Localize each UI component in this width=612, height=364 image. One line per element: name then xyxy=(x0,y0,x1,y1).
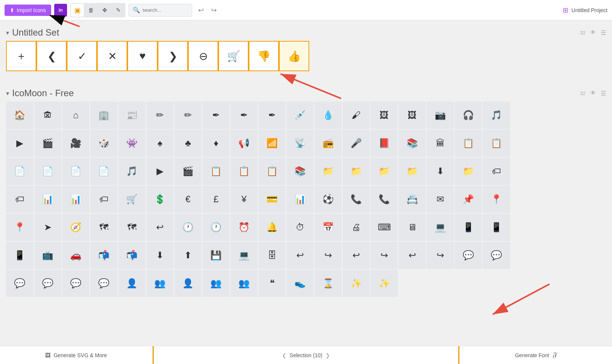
redo-button[interactable]: ↪ xyxy=(208,5,219,16)
icon-folder-upload[interactable]: 📁 xyxy=(455,158,482,185)
icon-redo2[interactable]: ↪ xyxy=(371,242,398,269)
icon-stopwatch[interactable]: ⏱ xyxy=(286,214,314,241)
icon-bubble3[interactable]: 💬 xyxy=(6,270,33,297)
icon-phone2[interactable]: 📞 xyxy=(371,186,398,213)
undo-button[interactable]: ↩ xyxy=(195,5,207,16)
icon-clock2[interactable]: 🕐 xyxy=(202,214,230,241)
icon-tag1[interactable]: 🏷 xyxy=(483,158,510,185)
icon-list2[interactable]: 📋 xyxy=(230,158,258,185)
icon-pen3[interactable]: ✒ xyxy=(258,102,286,129)
icon-stack[interactable]: 📚 xyxy=(286,158,314,185)
icon-mic[interactable]: 🎤 xyxy=(343,130,370,157)
icon-camera[interactable]: 📷 xyxy=(427,102,454,129)
icon-folder1[interactable]: 📁 xyxy=(315,158,342,185)
icon-keyboard[interactable]: ⌨ xyxy=(371,214,398,241)
icon-cart[interactable]: 🛒 xyxy=(218,41,249,71)
icon-pushpin[interactable]: 📌 xyxy=(455,186,482,213)
icon-books[interactable]: 📚 xyxy=(399,130,426,157)
icon-inbox1[interactable]: 📬 xyxy=(90,242,117,269)
icomoon-logo-button[interactable]: in xyxy=(54,4,67,17)
icon-history[interactable]: ↩ xyxy=(146,214,174,241)
icon-folder-plus[interactable]: 📁 xyxy=(371,158,398,185)
icon-cart2[interactable]: 🛒 xyxy=(118,186,146,213)
icon-drop[interactable]: 💧 xyxy=(315,102,342,129)
icon-laptop[interactable]: 💻 xyxy=(427,214,454,241)
icon-undo1[interactable]: ↩ xyxy=(286,242,314,269)
icon-alarm[interactable]: ⏰ xyxy=(230,214,258,241)
move-tool-button[interactable]: ✥ xyxy=(98,4,111,17)
icon-user2[interactable]: 👤 xyxy=(174,270,202,297)
icon-download[interactable]: ⬇ xyxy=(146,242,174,269)
icon-map2[interactable]: 🗺 xyxy=(118,214,146,241)
icon-chevron-right[interactable]: ❯ xyxy=(158,41,188,71)
icon-qrcode[interactable]: 📊 xyxy=(62,186,89,213)
icomoon-set-menu-button[interactable]: ☰ xyxy=(601,90,606,97)
untitled-set-visibility-button[interactable]: 👁 xyxy=(590,29,596,36)
icon-envelope[interactable]: ✉ xyxy=(427,186,454,213)
icon-clock1[interactable]: 🕐 xyxy=(174,214,202,241)
icon-users2[interactable]: 👥 xyxy=(202,270,230,297)
icon-home2[interactable]: 🏚 xyxy=(34,102,61,129)
icon-doc2[interactable]: 📋 xyxy=(483,130,510,157)
icon-chevron-left[interactable]: ❮ xyxy=(36,41,67,71)
icon-ticket[interactable]: 🏷 xyxy=(90,186,117,213)
icon-upload[interactable]: ⬆ xyxy=(174,242,202,269)
icon-quote[interactable]: ❝ xyxy=(258,270,286,297)
icon-diamonds[interactable]: ♦ xyxy=(202,130,230,157)
icon-image2[interactable]: 🖼 xyxy=(399,102,426,129)
search-box[interactable]: 🔍 xyxy=(128,4,192,17)
icon-yen[interactable]: ¥ xyxy=(230,186,258,213)
icon-dollar[interactable]: 💲 xyxy=(146,186,174,213)
icon-pen2[interactable]: ✒ xyxy=(230,102,258,129)
icon-newspaper[interactable]: 📰 xyxy=(118,102,146,129)
icon-minus-circle[interactable]: ⊖ xyxy=(188,41,218,71)
icon-home3[interactable]: ⌂ xyxy=(62,102,89,129)
icon-doc1[interactable]: 📋 xyxy=(455,130,482,157)
icon-image1[interactable]: 🖼 xyxy=(371,102,398,129)
icon-play[interactable]: ▶ xyxy=(6,130,33,157)
delete-tool-button[interactable]: 🗑 xyxy=(85,4,97,17)
icon-file3[interactable]: 📄 xyxy=(62,158,89,185)
icon-location2[interactable]: 📍 xyxy=(6,214,33,241)
icon-bubble2[interactable]: 💬 xyxy=(483,242,510,269)
icon-tablet[interactable]: 📱 xyxy=(6,242,33,269)
icon-checkmark[interactable]: ✓ xyxy=(67,41,97,71)
icon-paint[interactable]: 🖌 xyxy=(343,102,370,129)
icon-connection[interactable]: 📡 xyxy=(286,130,314,157)
icon-bubble6[interactable]: 💬 xyxy=(90,270,117,297)
icon-headphones[interactable]: 🎧 xyxy=(455,102,482,129)
import-icons-button[interactable]: ⬆ Import Icons xyxy=(5,5,51,16)
icon-phone1[interactable]: 📞 xyxy=(343,186,370,213)
untitled-set-menu-button[interactable]: ☰ xyxy=(601,29,606,36)
icon-radio[interactable]: 📻 xyxy=(315,130,342,157)
icon-file1[interactable]: 📄 xyxy=(6,158,33,185)
icon-user1[interactable]: 👤 xyxy=(118,270,146,297)
icon-users3[interactable]: 👥 xyxy=(230,270,258,297)
icon-wifi[interactable]: 📶 xyxy=(258,130,286,157)
icon-book[interactable]: 📕 xyxy=(371,130,398,157)
icon-redo1[interactable]: ↪ xyxy=(315,242,342,269)
icon-location1[interactable]: 📍 xyxy=(483,186,510,213)
icon-map1[interactable]: 🗺 xyxy=(90,214,117,241)
icon-hourglass[interactable]: ⌛ xyxy=(315,270,342,297)
icon-navigation[interactable]: ➤ xyxy=(34,214,61,241)
icon-mobile1[interactable]: 📱 xyxy=(455,214,482,241)
icon-tv[interactable]: 📺 xyxy=(34,242,61,269)
generate-svg-button[interactable]: 🖼 Generate SVG & More xyxy=(0,346,152,364)
icon-file2[interactable]: 📄 xyxy=(34,158,61,185)
icon-barcode[interactable]: 📊 xyxy=(34,186,61,213)
icon-printer[interactable]: 🖨 xyxy=(343,214,370,241)
icomoon-set-visibility-button[interactable]: 👁 xyxy=(590,90,596,97)
icon-spinner1[interactable]: ✨ xyxy=(343,270,370,297)
search-input[interactable] xyxy=(142,7,188,13)
icon-calendar[interactable]: 📅 xyxy=(315,214,342,241)
icon-folder2[interactable]: 📁 xyxy=(343,158,370,185)
icon-folder-minus[interactable]: 📁 xyxy=(399,158,426,185)
icon-music-file[interactable]: 🎵 xyxy=(118,158,146,185)
icon-home1[interactable]: 🏠 xyxy=(6,102,33,129)
icon-clipboard[interactable]: 📋 xyxy=(258,158,286,185)
icon-contacts[interactable]: 📇 xyxy=(399,186,426,213)
icon-building[interactable]: 🏢 xyxy=(90,102,117,129)
icon-thumbs-down[interactable]: 👎 xyxy=(249,41,279,71)
icon-video-file2[interactable]: 🎬 xyxy=(174,158,202,185)
